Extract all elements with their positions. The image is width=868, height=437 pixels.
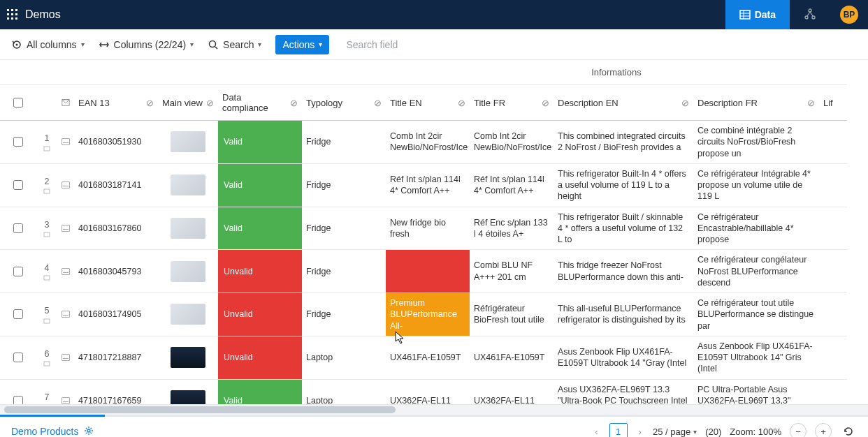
row-checkbox[interactable] — [0, 164, 36, 207]
col-main-view[interactable]: Main view⊘ — [158, 85, 218, 121]
cell-desc-en: This refrigerator Built / skinnable 4 * … — [554, 207, 693, 251]
columns-dropdown[interactable]: Columns (22/24) ▾ — [99, 39, 194, 50]
row-checkbox[interactable] — [0, 250, 36, 293]
row-checkbox[interactable] — [0, 121, 36, 164]
col-desc-en[interactable]: Description EN⊘ — [554, 85, 693, 121]
zoom-in-button[interactable]: + — [815, 423, 832, 437]
svg-rect-31 — [44, 362, 50, 366]
data-grid: Informations EAN 13⊘ Main view⊘ Data com… — [0, 60, 868, 405]
col-compliance[interactable]: Data compliance⊘ — [218, 85, 302, 121]
apps-menu-icon[interactable] — [7, 9, 18, 20]
cell-desc-en: Asus UX362FA-EL969T 13.3 "Ultra-Book PC … — [554, 380, 693, 406]
cell-typology: Laptop — [302, 380, 386, 406]
cell-typology: Fridge — [302, 293, 386, 336]
row-checkbox[interactable] — [0, 293, 36, 336]
tab-graph[interactable] — [790, 0, 830, 29]
cell-ean: 4016803174905 — [74, 293, 158, 336]
cell-typology: Fridge — [302, 207, 386, 251]
header-checkbox[interactable] — [0, 85, 36, 121]
search-label: Search — [223, 39, 254, 50]
actions-button[interactable]: Actions ▾ — [275, 35, 329, 54]
cell-title-en: Premium BLUPerformance All- — [386, 293, 470, 336]
total-count: (20) — [705, 427, 721, 437]
svg-rect-0 — [7, 9, 9, 11]
svg-rect-5 — [15, 13, 17, 15]
cell-lif — [819, 207, 847, 251]
refresh-button[interactable] — [840, 423, 857, 437]
search-input[interactable] — [343, 36, 469, 53]
cell-typology: Fridge — [302, 250, 386, 293]
chevron-down-icon: ▾ — [258, 40, 261, 48]
cell-lif — [819, 336, 847, 380]
row-checkbox[interactable] — [0, 380, 36, 406]
loading-progress — [0, 415, 868, 417]
cell-thumbnail — [158, 380, 218, 406]
cell-thumbnail — [158, 121, 218, 164]
header-envelope-icon — [57, 85, 74, 121]
gear-icon[interactable] — [84, 426, 94, 438]
cell-title-en: UX362FA-EL11 — [386, 380, 470, 406]
row-number: 5 — [36, 293, 57, 336]
search-dropdown[interactable]: Search ▾ — [208, 39, 261, 50]
col-title-fr[interactable]: Title FR⊘ — [470, 85, 554, 121]
zoom-out-button[interactable]: − — [790, 423, 806, 437]
svg-rect-28 — [44, 232, 50, 237]
col-typology[interactable]: Typology⊘ — [302, 85, 386, 121]
cell-typology: Laptop — [302, 336, 386, 380]
cell-desc-fr: Ce réfrigérateur tout utile BLUPerforman… — [693, 293, 819, 336]
row-checkbox[interactable] — [0, 336, 36, 380]
cell-desc-fr: Ce réfrigérateur Intégrable 4* propose u… — [693, 164, 819, 207]
app-header: Demos Data BP — [0, 0, 868, 29]
row-number: 1 — [36, 121, 57, 164]
cell-title-fr: Réf Enc s/plan 133 l 4 étoiles A+ — [470, 207, 554, 251]
chevron-down-icon: ▾ — [319, 40, 322, 48]
svg-rect-1 — [11, 9, 13, 11]
svg-rect-26 — [44, 147, 50, 151]
breadcrumb[interactable]: Demo Products — [11, 426, 78, 437]
row-checkbox[interactable] — [0, 207, 36, 251]
svg-rect-9 — [740, 10, 750, 19]
col-ean[interactable]: EAN 13⊘ — [74, 85, 158, 121]
cell-ean: 4016803167860 — [74, 207, 158, 251]
cell-ean: 4016803051930 — [74, 121, 158, 164]
col-title-en[interactable]: Title EN⊘ — [386, 85, 470, 121]
svg-point-19 — [16, 43, 18, 45]
cell-title-en: Réf Int s/plan 114l 4* Comfort A++ — [386, 164, 470, 207]
footer: Demo Products ‹ 1 › 25 / page▾ (20) Zoom… — [0, 417, 868, 437]
envelope-icon[interactable] — [57, 121, 74, 164]
col-lif[interactable]: Lif — [819, 85, 847, 121]
cell-ean: 4016803187141 — [74, 164, 158, 207]
current-page[interactable]: 1 — [609, 423, 628, 437]
envelope-icon[interactable] — [57, 250, 74, 293]
actions-label: Actions — [282, 39, 314, 50]
cell-ean: 4718017218887 — [74, 336, 158, 380]
cell-title-fr: Combi BLU NF A+++ 201 cm — [470, 250, 554, 293]
envelope-icon[interactable] — [57, 164, 74, 207]
svg-rect-7 — [11, 17, 13, 20]
cell-lif — [819, 380, 847, 406]
cell-lif — [819, 293, 847, 336]
cell-lif — [819, 164, 847, 207]
envelope-icon[interactable] — [57, 380, 74, 406]
cell-compliance: Valid — [218, 121, 302, 164]
prev-page-button[interactable]: ‹ — [592, 425, 600, 438]
svg-marker-24 — [62, 100, 69, 103]
cell-title-fr: UX362FA-EL11 — [470, 380, 554, 406]
envelope-icon[interactable] — [57, 293, 74, 336]
columns-count-label: Columns (22/24) — [114, 39, 187, 50]
col-desc-fr[interactable]: Description FR⊘ — [693, 85, 819, 121]
envelope-icon[interactable] — [57, 207, 74, 251]
row-number: 7 — [36, 380, 57, 406]
cell-title-fr: Réfrigérateur BioFresh tout utile — [470, 293, 554, 336]
cell-ean: 4718017167659 — [74, 380, 158, 406]
envelope-icon[interactable] — [57, 336, 74, 380]
cell-title-fr: Réf Int s/plan 114l 4* Comfort A++ — [470, 164, 554, 207]
horizontal-scrollbar[interactable] — [0, 405, 868, 415]
per-page-dropdown[interactable]: 25 / page▾ — [653, 427, 697, 437]
next-page-button[interactable]: › — [636, 425, 644, 438]
tab-data[interactable]: Data — [725, 0, 790, 29]
all-columns-dropdown[interactable]: All columns ▾ — [11, 39, 85, 50]
user-avatar[interactable]: BP — [840, 6, 858, 24]
page-title: Demos — [25, 8, 725, 21]
toolbar: All columns ▾ Columns (22/24) ▾ Search ▾… — [0, 29, 868, 60]
